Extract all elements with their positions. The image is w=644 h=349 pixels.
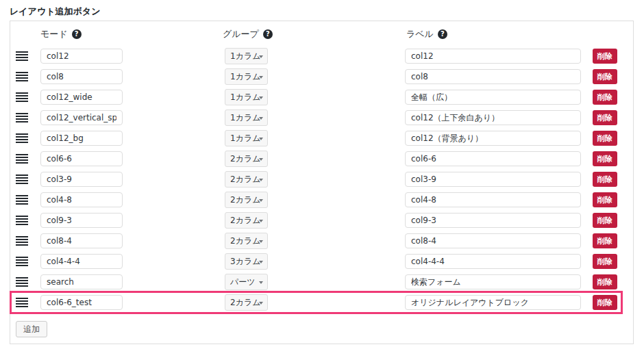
chevron-down-icon: [259, 220, 263, 222]
chevron-down-icon: [259, 261, 263, 263]
group-select[interactable]: 1カラム: [225, 48, 268, 64]
group-select[interactable]: 2カラム: [225, 171, 268, 188]
help-icon[interactable]: ?: [263, 29, 273, 39]
drag-handle-icon[interactable]: [16, 72, 28, 81]
layout-row: 2カラム 削除: [10, 231, 633, 251]
group-select-value: 2カラム: [230, 235, 260, 247]
drag-handle-icon[interactable]: [16, 257, 28, 266]
drag-handle-icon[interactable]: [16, 154, 28, 164]
label-input[interactable]: [405, 254, 581, 269]
column-header-label-label: ラベル: [406, 28, 434, 40]
drag-handle-icon[interactable]: [16, 92, 28, 102]
column-header-label: ラベル ?: [406, 28, 447, 40]
layout-rows: 1カラム 削除 1カラム 削除 1カラム 削除 1カラム 削除: [10, 46, 633, 313]
label-input[interactable]: [405, 213, 581, 228]
drag-handle-icon[interactable]: [16, 298, 28, 307]
delete-button[interactable]: 削除: [593, 192, 617, 207]
mode-input[interactable]: [40, 295, 123, 310]
mode-input[interactable]: [40, 172, 123, 187]
chevron-down-icon: [259, 76, 263, 79]
mode-input[interactable]: [40, 69, 123, 84]
group-select[interactable]: 2カラム: [225, 233, 268, 249]
delete-button[interactable]: 削除: [593, 49, 617, 64]
label-input[interactable]: [405, 49, 581, 64]
group-select-value: 3カラム: [230, 256, 260, 268]
label-input[interactable]: [405, 69, 581, 84]
group-select[interactable]: パーツ: [225, 274, 268, 290]
delete-button[interactable]: 削除: [593, 131, 617, 146]
drag-handle-icon[interactable]: [16, 51, 28, 61]
layout-row: パーツ 削除: [10, 272, 633, 292]
label-input[interactable]: [405, 192, 581, 207]
group-select[interactable]: 2カラム: [225, 192, 268, 208]
group-select[interactable]: 2カラム: [225, 151, 268, 167]
label-input[interactable]: [405, 172, 581, 187]
chevron-down-icon: [259, 158, 263, 161]
mode-input[interactable]: [40, 151, 123, 166]
mode-input[interactable]: [40, 213, 123, 228]
label-input[interactable]: [405, 274, 581, 289]
delete-button[interactable]: 削除: [593, 90, 617, 105]
drag-handle-icon[interactable]: [16, 216, 28, 225]
label-input[interactable]: [405, 131, 581, 146]
mode-input[interactable]: [40, 274, 123, 289]
chevron-down-icon: [259, 281, 263, 284]
delete-button[interactable]: 削除: [593, 172, 617, 187]
mode-input[interactable]: [40, 254, 123, 269]
layout-settings-panel: モード ? グループ ? ラベル ? 1カラム 削除 1カラム 削除: [10, 21, 634, 344]
group-select[interactable]: 3カラム: [225, 253, 268, 270]
chevron-down-icon: [259, 302, 263, 305]
drag-handle-icon[interactable]: [16, 195, 28, 205]
mode-input[interactable]: [40, 90, 123, 105]
delete-button[interactable]: 削除: [593, 69, 617, 84]
group-select-value: 1カラム: [230, 51, 260, 62]
mode-input[interactable]: [40, 131, 123, 146]
layout-row: 1カラム 削除: [10, 46, 633, 66]
help-icon[interactable]: ?: [72, 29, 82, 39]
add-row-button[interactable]: 追加: [16, 321, 47, 337]
group-select[interactable]: 1カラム: [225, 89, 268, 105]
delete-button[interactable]: 削除: [593, 233, 617, 248]
column-header-group: グループ ?: [223, 28, 273, 40]
delete-button[interactable]: 削除: [593, 213, 617, 228]
label-input[interactable]: [405, 151, 581, 166]
mode-input[interactable]: [40, 110, 123, 125]
layout-row: 1カラム 削除: [10, 107, 633, 128]
delete-button[interactable]: 削除: [593, 254, 617, 269]
label-input[interactable]: [405, 233, 581, 248]
mode-input[interactable]: [40, 192, 123, 207]
chevron-down-icon: [259, 179, 263, 181]
group-select-value: 2カラム: [230, 194, 260, 206]
chevron-down-icon: [259, 199, 263, 202]
mode-input[interactable]: [40, 233, 123, 248]
drag-handle-icon[interactable]: [16, 236, 28, 246]
chevron-down-icon: [259, 240, 263, 243]
drag-handle-icon[interactable]: [16, 277, 28, 287]
label-input[interactable]: [405, 90, 581, 105]
drag-handle-icon[interactable]: [16, 133, 28, 143]
label-input[interactable]: [405, 110, 581, 125]
mode-input[interactable]: [40, 49, 123, 64]
page-title: レイアウト追加ボタン: [10, 5, 100, 18]
group-select-value: 2カラム: [230, 153, 260, 165]
label-input[interactable]: [405, 295, 581, 310]
delete-button[interactable]: 削除: [593, 110, 617, 125]
column-header-group-label: グループ: [223, 28, 259, 40]
group-select[interactable]: 1カラム: [225, 130, 268, 146]
help-icon[interactable]: ?: [438, 29, 447, 39]
delete-button[interactable]: 削除: [593, 151, 617, 166]
layout-row: 2カラム 削除: [10, 169, 633, 190]
delete-button[interactable]: 削除: [593, 274, 617, 289]
chevron-down-icon: [259, 55, 263, 58]
drag-handle-icon[interactable]: [16, 174, 28, 184]
layout-row: 1カラム 削除: [10, 66, 633, 87]
group-select[interactable]: 2カラム: [225, 294, 268, 311]
delete-button[interactable]: 削除: [593, 295, 617, 310]
group-select[interactable]: 2カラム: [225, 212, 268, 229]
group-select[interactable]: 1カラム: [225, 68, 268, 85]
group-select[interactable]: 1カラム: [225, 109, 268, 126]
layout-row: 1カラム 削除: [10, 128, 633, 148]
layout-row: 3カラム 削除: [10, 251, 633, 272]
drag-handle-icon[interactable]: [16, 113, 28, 122]
group-select-value: 1カラム: [230, 71, 260, 83]
